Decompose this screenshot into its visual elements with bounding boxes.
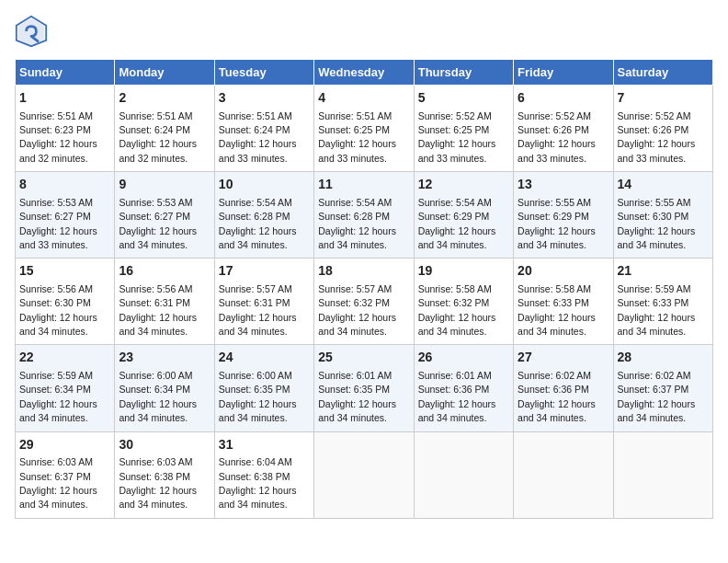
day-detail: Sunrise: 5:57 AMSunset: 6:32 PMDaylight:… (318, 283, 396, 337)
calendar-cell: 28Sunrise: 6:02 AMSunset: 6:37 PMDayligh… (613, 345, 712, 431)
day-detail: Sunrise: 5:51 AMSunset: 6:24 PMDaylight:… (119, 110, 197, 164)
calendar-week-row: 8Sunrise: 5:53 AMSunset: 6:27 PMDaylight… (16, 172, 713, 259)
day-number: 31 (219, 436, 310, 454)
day-detail: Sunrise: 5:56 AMSunset: 6:30 PMDaylight:… (19, 283, 97, 337)
calendar-header-row: SundayMondayTuesdayWednesdayThursdayFrid… (16, 60, 713, 86)
calendar-cell: 20Sunrise: 5:58 AMSunset: 6:33 PMDayligh… (514, 259, 613, 345)
calendar-cell: 6Sunrise: 5:52 AMSunset: 6:26 PMDaylight… (514, 86, 613, 172)
day-number: 17 (219, 262, 310, 281)
day-detail: Sunrise: 5:56 AMSunset: 6:31 PMDaylight:… (119, 283, 197, 337)
day-detail: Sunrise: 5:59 AMSunset: 6:33 PMDaylight:… (618, 283, 696, 337)
day-header: Monday (115, 60, 214, 86)
day-detail: Sunrise: 5:54 AMSunset: 6:28 PMDaylight:… (318, 197, 396, 250)
calendar-cell: 7Sunrise: 5:52 AMSunset: 6:26 PMDaylight… (613, 86, 712, 172)
day-header: Sunday (16, 60, 115, 86)
day-detail: Sunrise: 5:52 AMSunset: 6:26 PMDaylight:… (618, 110, 696, 164)
day-detail: Sunrise: 5:59 AMSunset: 6:34 PMDaylight:… (19, 370, 97, 423)
calendar-week-row: 15Sunrise: 5:56 AMSunset: 6:30 PMDayligh… (16, 259, 713, 345)
calendar-table: SundayMondayTuesdayWednesdayThursdayFrid… (15, 59, 713, 519)
calendar-week-row: 22Sunrise: 5:59 AMSunset: 6:34 PMDayligh… (16, 345, 713, 431)
day-number: 8 (19, 176, 110, 194)
day-detail: Sunrise: 6:01 AMSunset: 6:36 PMDaylight:… (418, 370, 496, 423)
calendar-cell (613, 431, 712, 518)
calendar-cell: 10Sunrise: 5:54 AMSunset: 6:28 PMDayligh… (214, 172, 313, 259)
day-detail: Sunrise: 6:00 AMSunset: 6:34 PMDaylight:… (119, 370, 197, 423)
day-number: 15 (19, 262, 110, 281)
calendar-cell: 19Sunrise: 5:58 AMSunset: 6:32 PMDayligh… (414, 259, 513, 345)
calendar-cell: 12Sunrise: 5:54 AMSunset: 6:29 PMDayligh… (414, 172, 513, 259)
calendar-cell: 17Sunrise: 5:57 AMSunset: 6:31 PMDayligh… (214, 259, 313, 345)
day-number: 4 (318, 89, 409, 108)
day-number: 14 (618, 176, 709, 194)
day-number: 29 (19, 436, 110, 454)
calendar-cell: 13Sunrise: 5:55 AMSunset: 6:29 PMDayligh… (514, 172, 613, 259)
day-number: 5 (418, 89, 509, 108)
day-number: 26 (418, 349, 509, 367)
day-number: 16 (119, 262, 210, 281)
calendar-cell: 27Sunrise: 6:02 AMSunset: 6:36 PMDayligh… (514, 345, 613, 431)
day-detail: Sunrise: 5:52 AMSunset: 6:26 PMDaylight:… (518, 110, 596, 164)
calendar-cell: 1Sunrise: 5:51 AMSunset: 6:23 PMDaylight… (16, 86, 115, 172)
day-number: 9 (119, 176, 210, 194)
day-detail: Sunrise: 6:03 AMSunset: 6:38 PMDaylight:… (119, 456, 197, 510)
day-detail: Sunrise: 5:53 AMSunset: 6:27 PMDaylight:… (19, 197, 97, 250)
day-number: 13 (518, 176, 609, 194)
day-number: 22 (19, 349, 110, 367)
day-detail: Sunrise: 6:00 AMSunset: 6:35 PMDaylight:… (219, 370, 297, 423)
day-number: 27 (518, 349, 609, 367)
day-number: 10 (219, 176, 310, 194)
calendar-cell: 11Sunrise: 5:54 AMSunset: 6:28 PMDayligh… (314, 172, 414, 259)
day-detail: Sunrise: 5:52 AMSunset: 6:25 PMDaylight:… (418, 110, 496, 164)
day-detail: Sunrise: 6:02 AMSunset: 6:36 PMDaylight:… (518, 370, 596, 423)
day-detail: Sunrise: 6:03 AMSunset: 6:37 PMDaylight:… (19, 456, 97, 510)
day-number: 6 (518, 89, 609, 108)
day-number: 30 (119, 436, 210, 454)
day-number: 25 (318, 349, 409, 367)
calendar-cell (414, 431, 513, 518)
calendar-cell: 14Sunrise: 5:55 AMSunset: 6:30 PMDayligh… (613, 172, 712, 259)
calendar-cell: 21Sunrise: 5:59 AMSunset: 6:33 PMDayligh… (613, 259, 712, 345)
calendar-cell: 31Sunrise: 6:04 AMSunset: 6:38 PMDayligh… (214, 431, 313, 518)
day-number: 24 (219, 349, 310, 367)
day-detail: Sunrise: 6:04 AMSunset: 6:38 PMDaylight:… (219, 456, 297, 510)
day-detail: Sunrise: 5:57 AMSunset: 6:31 PMDaylight:… (219, 283, 297, 337)
calendar-cell: 26Sunrise: 6:01 AMSunset: 6:36 PMDayligh… (414, 345, 513, 431)
day-number: 20 (518, 262, 609, 281)
calendar-week-row: 29Sunrise: 6:03 AMSunset: 6:37 PMDayligh… (16, 431, 713, 518)
day-header: Saturday (613, 60, 712, 86)
day-number: 7 (618, 89, 709, 108)
day-detail: Sunrise: 5:54 AMSunset: 6:28 PMDaylight:… (219, 197, 297, 250)
day-detail: Sunrise: 6:01 AMSunset: 6:35 PMDaylight:… (318, 370, 396, 423)
day-detail: Sunrise: 5:58 AMSunset: 6:32 PMDaylight:… (418, 283, 496, 337)
day-detail: Sunrise: 5:51 AMSunset: 6:23 PMDaylight:… (19, 110, 97, 164)
day-number: 12 (418, 176, 509, 194)
day-header: Wednesday (314, 60, 414, 86)
calendar-cell: 8Sunrise: 5:53 AMSunset: 6:27 PMDaylight… (16, 172, 115, 259)
calendar-cell: 29Sunrise: 6:03 AMSunset: 6:37 PMDayligh… (16, 431, 115, 518)
day-detail: Sunrise: 5:54 AMSunset: 6:29 PMDaylight:… (418, 197, 496, 250)
calendar-cell: 3Sunrise: 5:51 AMSunset: 6:24 PMDaylight… (214, 86, 313, 172)
day-header: Tuesday (214, 60, 313, 86)
day-detail: Sunrise: 5:55 AMSunset: 6:30 PMDaylight:… (618, 197, 696, 250)
calendar-cell: 2Sunrise: 5:51 AMSunset: 6:24 PMDaylight… (115, 86, 214, 172)
day-detail: Sunrise: 6:02 AMSunset: 6:37 PMDaylight:… (618, 370, 696, 423)
calendar-week-row: 1Sunrise: 5:51 AMSunset: 6:23 PMDaylight… (16, 86, 713, 172)
calendar-cell: 9Sunrise: 5:53 AMSunset: 6:27 PMDaylight… (115, 172, 214, 259)
day-detail: Sunrise: 5:55 AMSunset: 6:29 PMDaylight:… (518, 197, 596, 250)
calendar-cell: 5Sunrise: 5:52 AMSunset: 6:25 PMDaylight… (414, 86, 513, 172)
day-number: 23 (119, 349, 210, 367)
day-number: 3 (219, 89, 310, 108)
day-detail: Sunrise: 5:53 AMSunset: 6:27 PMDaylight:… (119, 197, 197, 250)
calendar-cell: 25Sunrise: 6:01 AMSunset: 6:35 PMDayligh… (314, 345, 414, 431)
calendar-cell (514, 431, 613, 518)
logo-icon (15, 15, 48, 48)
calendar-cell: 18Sunrise: 5:57 AMSunset: 6:32 PMDayligh… (314, 259, 414, 345)
page-header (15, 15, 713, 48)
calendar-cell: 15Sunrise: 5:56 AMSunset: 6:30 PMDayligh… (16, 259, 115, 345)
day-header: Friday (514, 60, 613, 86)
day-header: Thursday (414, 60, 513, 86)
calendar-cell: 23Sunrise: 6:00 AMSunset: 6:34 PMDayligh… (115, 345, 214, 431)
day-number: 18 (318, 262, 409, 281)
day-detail: Sunrise: 5:58 AMSunset: 6:33 PMDaylight:… (518, 283, 596, 337)
calendar-cell: 16Sunrise: 5:56 AMSunset: 6:31 PMDayligh… (115, 259, 214, 345)
